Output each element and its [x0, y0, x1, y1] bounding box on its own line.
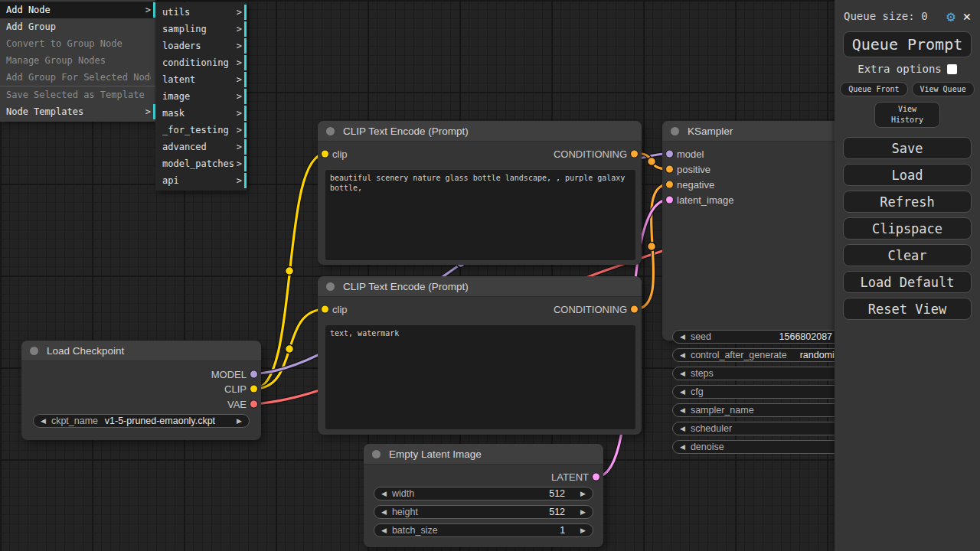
collapse-dot-icon[interactable] [326, 127, 335, 135]
increment-icon[interactable]: ▶ [580, 527, 586, 534]
output-port-latent[interactable]: LATENT [551, 471, 603, 482]
submenu-item-conditioning[interactable]: conditioning > [155, 54, 247, 71]
port-dot-model[interactable] [666, 151, 673, 158]
clipspace-button[interactable]: Clipspace [843, 217, 972, 240]
view-queue-button[interactable]: View Queue [912, 82, 975, 96]
output-port-conditioning[interactable]: CONDITIONING [554, 148, 642, 159]
output-port-model[interactable]: MODEL [211, 369, 261, 380]
submenu-item-api[interactable]: api > [155, 172, 247, 189]
close-icon[interactable]: ✕ [963, 8, 971, 24]
port-dot-clip[interactable] [322, 151, 328, 158]
input-port-latent-image[interactable]: latent_image [662, 194, 733, 205]
widget-ckpt-name[interactable]: ◀ ckpt_name v1-5-pruned-emaonly.ckpt ▶ [33, 414, 250, 428]
clear-button[interactable]: Clear [843, 244, 972, 266]
next-option-icon[interactable]: ▶ [237, 418, 242, 425]
decrement-icon[interactable]: ◀ [381, 527, 387, 534]
collapse-dot-icon[interactable] [326, 282, 335, 291]
port-dot-model[interactable] [250, 371, 257, 378]
port-dot-conditioning[interactable] [631, 306, 638, 313]
submenu-indicator [244, 21, 247, 37]
load-default-button[interactable]: Load Default [843, 271, 972, 293]
widget-value: v1-5-pruned-emaonly.ckpt [105, 416, 215, 426]
node-title-bar[interactable]: Load Checkpoint [21, 341, 261, 361]
node-title-bar[interactable]: CLIP Text Encode (Prompt) [318, 121, 642, 142]
input-port-clip[interactable]: clip [318, 148, 348, 159]
port-dot-latent-image[interactable] [666, 197, 673, 204]
submenu-item-advanced[interactable]: advanced > [155, 139, 247, 155]
node-clip-text-encode-2[interactable]: CLIP Text Encode (Prompt) clip CONDITION… [318, 276, 642, 435]
input-port-negative[interactable]: negative [662, 179, 714, 190]
submenu-item-latent[interactable]: latent > [155, 71, 247, 88]
output-port-clip[interactable]: CLIP [224, 383, 261, 394]
node-empty-latent-image[interactable]: Empty Latent Image LATENT ◀ width 512 ▶ … [364, 444, 603, 547]
port-dot-clip[interactable] [250, 386, 257, 393]
decrement-icon[interactable]: ◀ [680, 370, 685, 377]
port-label: CONDITIONING [554, 148, 627, 160]
queue-front-button[interactable]: Queue Front [840, 82, 907, 96]
menu-item-add-node[interactable]: Add Node > [0, 2, 155, 18]
widget-width[interactable]: ◀ width 512 ▶ [374, 487, 593, 500]
collapse-dot-icon[interactable] [30, 347, 38, 355]
node-title-bar[interactable]: CLIP Text Encode (Prompt) [318, 276, 642, 297]
port-dot-clip[interactable] [322, 306, 328, 313]
decrement-icon[interactable]: ◀ [680, 352, 685, 359]
decrement-icon[interactable]: ◀ [381, 509, 387, 516]
port-label: MODEL [211, 369, 247, 380]
save-button[interactable]: Save [843, 137, 972, 159]
decrement-icon[interactable]: ◀ [381, 491, 387, 497]
queue-prompt-button[interactable]: Queue Prompt [843, 31, 972, 57]
prompt-textarea[interactable]: text, watermark [325, 325, 635, 429]
submenu-item-loaders[interactable]: loaders > [155, 37, 247, 54]
load-button[interactable]: Load [843, 164, 972, 186]
decrement-icon[interactable]: ◀ [680, 444, 685, 451]
menu-item-add-group[interactable]: Add Group [0, 18, 155, 35]
graph-canvas[interactable]: CLIP Text Encode (Prompt) clip CONDITION… [0, 0, 980, 551]
port-dot-negative[interactable] [666, 181, 673, 188]
increment-icon[interactable]: ▶ [580, 509, 586, 516]
submenu-item-sampling[interactable]: sampling > [155, 21, 247, 37]
widget-label: width [392, 488, 414, 499]
settings-gear-icon[interactable]: ⚙ [946, 8, 955, 24]
collapse-dot-icon[interactable] [372, 450, 381, 458]
widget-value: 1566802087 [779, 331, 833, 342]
port-dot-conditioning[interactable] [631, 151, 638, 158]
widget-batch-size[interactable]: ◀ batch_size 1 ▶ [374, 523, 593, 537]
port-label: LATENT [551, 471, 589, 483]
submenu-arrow: > [143, 103, 151, 120]
port-dot-latent[interactable] [593, 474, 599, 481]
submenu-item-utils[interactable]: utils > [155, 4, 247, 21]
collapse-dot-icon[interactable] [671, 127, 679, 135]
submenu-item-mask[interactable]: mask > [155, 105, 247, 122]
prev-option-icon[interactable]: ◀ [41, 418, 46, 425]
submenu-item-image[interactable]: image > [155, 88, 247, 105]
refresh-button[interactable]: Refresh [843, 191, 972, 213]
output-port-vae[interactable]: VAE [227, 399, 261, 409]
decrement-icon[interactable]: ◀ [680, 425, 685, 432]
prompt-textarea[interactable]: beautiful scenery nature glass bottle la… [325, 170, 635, 260]
node-clip-text-encode-1[interactable]: CLIP Text Encode (Prompt) clip CONDITION… [318, 121, 642, 265]
submenu-item-for-testing[interactable]: _for_testing > [155, 122, 247, 139]
reset-view-button[interactable]: Reset View [843, 298, 972, 320]
submenu-item-model-patches[interactable]: model_patches > [155, 155, 247, 172]
extra-options-checkbox[interactable] [947, 64, 957, 74]
widget-height[interactable]: ◀ height 512 ▶ [374, 505, 593, 519]
menu-item-node-templates[interactable]: Node Templates > [0, 103, 155, 120]
decrement-icon[interactable]: ◀ [680, 389, 685, 396]
input-port-positive[interactable]: positive [662, 164, 710, 174]
context-menu: Add Node > Add Group Convert to Group No… [0, 0, 155, 122]
decrement-icon[interactable]: ◀ [680, 334, 685, 341]
node-title-bar[interactable]: Empty Latent Image [364, 444, 603, 465]
port-label: latent_image [677, 194, 733, 206]
port-dot-positive[interactable] [666, 166, 673, 173]
node-load-checkpoint[interactable]: Load Checkpoint MODEL CLIP VAE ◀ ckpt_na… [21, 341, 261, 440]
decrement-icon[interactable]: ◀ [680, 407, 685, 414]
increment-icon[interactable]: ▶ [580, 491, 586, 497]
output-port-conditioning[interactable]: CONDITIONING [554, 304, 642, 315]
widget-label: ckpt_name [51, 416, 98, 426]
node-title: KSampler [688, 126, 733, 137]
port-dot-vae[interactable] [250, 401, 257, 408]
port-label: negative [677, 179, 714, 191]
view-history-button[interactable]: View History [874, 102, 940, 128]
input-port-clip[interactable]: clip [318, 304, 348, 315]
input-port-model[interactable]: model [662, 148, 704, 159]
